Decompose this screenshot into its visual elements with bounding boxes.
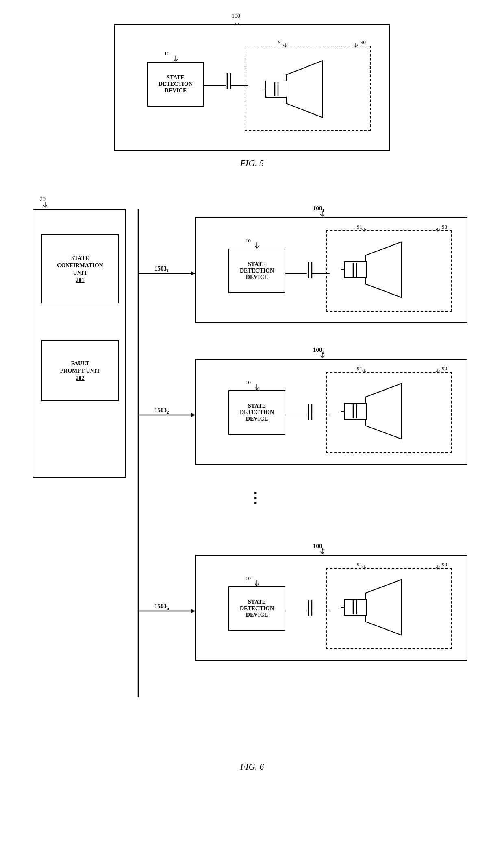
svg-line-88 <box>364 567 366 569</box>
svg-line-49 <box>320 356 322 358</box>
svg-line-76 <box>257 583 259 586</box>
page: 100 STATEDETECTIONDEVICE 10 <box>0 0 504 862</box>
svg-line-68 <box>438 371 440 373</box>
fig6-device1-ref10: 10 <box>245 238 251 244</box>
fig6-devicen-sdd: STATEDETECTIONDEVICE <box>228 586 285 631</box>
svg-line-50 <box>322 356 324 358</box>
svg-line-27 <box>322 214 324 216</box>
fig6-diagram: 20 STATE CONFIRMATION UNIT 201 <box>28 193 476 754</box>
fig6-devicen-ref91: 91 <box>357 561 362 568</box>
svg-line-75 <box>255 583 257 586</box>
fig6-device2-ref91: 91 <box>357 365 362 372</box>
svg-line-16 <box>283 45 285 47</box>
fig5-speaker-assembly: 91 90 <box>245 46 371 131</box>
svg-marker-70 <box>191 413 195 417</box>
svg-line-72 <box>320 552 322 554</box>
fig6-scu-box: STATE CONFIRMATION UNIT 201 <box>41 234 119 303</box>
svg-line-52 <box>255 387 257 390</box>
fig6-scu-num: 201 <box>76 277 84 283</box>
fig6-fpu-box: FAULT PROMPT UNIT 202 <box>41 340 119 401</box>
fig6-device1-ref91: 91 <box>357 224 362 230</box>
svg-line-4 <box>174 59 176 61</box>
svg-line-30 <box>257 246 259 248</box>
svg-line-17 <box>285 45 287 47</box>
fig5-sdd-label: STATEDETECTIONDEVICE <box>159 74 193 94</box>
fig6-section: 20 STATE CONFIRMATION UNIT 201 <box>24 193 480 772</box>
svg-line-19 <box>354 45 356 47</box>
svg-line-45 <box>438 229 440 231</box>
svg-line-22 <box>43 205 45 207</box>
svg-line-73 <box>322 552 324 554</box>
fig6-fpu-label: FAULT PROMPT UNIT <box>60 360 100 374</box>
svg-line-26 <box>320 214 322 216</box>
svg-line-20 <box>356 45 358 47</box>
svg-marker-35 <box>365 242 401 297</box>
fig6-device2-ref10: 10 <box>245 379 251 386</box>
svg-line-65 <box>364 371 366 373</box>
svg-line-67 <box>436 371 438 373</box>
fig6-fpu-num: 202 <box>76 375 84 381</box>
fig6-device1-sdd-label: STATEDETECTIONDEVICE <box>240 261 274 281</box>
svg-line-87 <box>362 567 364 569</box>
svg-marker-47 <box>191 271 195 275</box>
fig6-device2-speaker-box: 91 90 <box>326 372 452 453</box>
svg-line-53 <box>257 387 259 390</box>
fig6-devicen-sdd-label: STATEDETECTIONDEVICE <box>240 599 274 618</box>
svg-line-91 <box>438 567 440 569</box>
svg-rect-11 <box>266 81 287 97</box>
svg-rect-59 <box>344 403 366 419</box>
fig6-devicen-speaker-box: 91 90 <box>326 568 452 649</box>
svg-line-90 <box>436 567 438 569</box>
fig6-device2-sdd-label: STATEDETECTIONDEVICE <box>240 403 274 422</box>
svg-marker-10 <box>286 61 323 118</box>
fig5-caption: FIG. 5 <box>240 158 264 168</box>
svg-line-64 <box>362 371 364 373</box>
fig6-device1-box: STATEDETECTIONDEVICE 10 <box>195 217 467 323</box>
fig6-bus-svg <box>126 209 150 697</box>
fig5-ref-91: 91 <box>278 39 283 46</box>
fig6-scu-label: STATE CONFIRMATION UNIT <box>57 255 103 276</box>
svg-line-42 <box>364 229 366 231</box>
fig6-device2-sdd: STATEDETECTIONDEVICE <box>228 390 285 435</box>
svg-line-5 <box>176 59 178 61</box>
fig6-dots: ⋮ <box>248 490 264 507</box>
svg-rect-36 <box>344 262 366 278</box>
svg-line-44 <box>436 229 438 231</box>
fig6-left-outer-box: STATE CONFIRMATION UNIT 201 FAULT PROMPT… <box>33 209 126 478</box>
fig5-ref-10: 10 <box>164 50 169 57</box>
svg-marker-58 <box>365 384 401 439</box>
svg-rect-82 <box>344 599 366 615</box>
svg-line-41 <box>362 229 364 231</box>
svg-line-23 <box>45 205 47 207</box>
fig6-devicen-box: STATEDETECTIONDEVICE 10 <box>195 555 467 661</box>
svg-marker-81 <box>365 580 401 635</box>
fig6-device2-box: STATEDETECTIONDEVICE 10 <box>195 359 467 465</box>
svg-marker-93 <box>191 609 195 613</box>
fig5-section: 100 STATEDETECTIONDEVICE 10 <box>24 24 480 168</box>
fig6-devicen-ref10: 10 <box>245 575 251 582</box>
fig5-speaker-svg <box>262 55 359 124</box>
fig6-device1-sdd: STATEDETECTIONDEVICE <box>228 249 285 293</box>
fig6-device1-speaker-box: 91 90 <box>326 230 452 312</box>
fig5-outer-box: STATEDETECTIONDEVICE 10 <box>114 24 390 151</box>
fig5-sdd-box: STATEDETECTIONDEVICE <box>147 62 204 107</box>
fig6-caption: FIG. 6 <box>240 762 264 772</box>
svg-line-29 <box>255 246 257 248</box>
